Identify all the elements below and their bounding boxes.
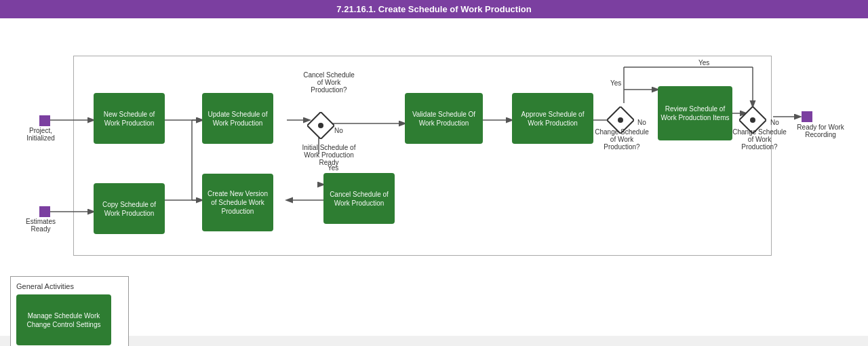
change-schedule-label-2: Change Schedule of Work Production? bbox=[732, 128, 787, 151]
change-schedule-label-1: Change Schedule of Work Production? bbox=[595, 128, 649, 151]
yes-top-label: Yes bbox=[698, 59, 709, 66]
review-schedule-box[interactable]: Review Schedule of Work Production Items bbox=[658, 86, 732, 140]
no-label-1: No bbox=[334, 127, 343, 134]
ready-for-recording-label: Ready for Work Recording bbox=[793, 123, 848, 138]
svg-point-25 bbox=[750, 117, 755, 123]
header-title: 7.21.16.1. Create Schedule of Work Produ… bbox=[336, 4, 531, 14]
main-canvas: Project, Initialized Estimates Ready New… bbox=[0, 18, 868, 336]
cancel-schedule-box[interactable]: Cancel Schedule of Work Production bbox=[323, 173, 395, 224]
no-label-2: No bbox=[637, 119, 646, 126]
create-new-version-box[interactable]: Create New Version of Schedule Work Prod… bbox=[202, 174, 273, 231]
svg-point-21 bbox=[318, 123, 323, 128]
approve-schedule-box[interactable]: Approve Schedule of Work Production bbox=[512, 93, 593, 144]
ready-for-recording-icon bbox=[802, 111, 812, 122]
cancel-question-label: Cancel Schedule of Work Production? bbox=[302, 71, 356, 94]
diamond-cancel bbox=[307, 112, 334, 142]
project-initialized-label: Project, Initialized bbox=[20, 127, 61, 142]
general-activities-label: General Activities bbox=[16, 282, 123, 290]
new-schedule-box[interactable]: New Schedule of Work Production bbox=[94, 93, 165, 144]
page-header: 7.21.16.1. Create Schedule of Work Produ… bbox=[0, 0, 868, 18]
validate-schedule-box[interactable]: Validate Schedule Of Work Production bbox=[405, 93, 483, 144]
copy-schedule-box[interactable]: Copy Schedule of Work Production bbox=[94, 183, 165, 234]
general-activities-box: General Activities Manage Schedule Work … bbox=[10, 276, 129, 346]
update-schedule-box[interactable]: Update Schedule of Work Production bbox=[202, 93, 273, 144]
initial-schedule-label: Initial Schedule of Work Production Read… bbox=[298, 144, 359, 166]
estimates-ready-label: Estimates Ready bbox=[20, 218, 61, 233]
manage-schedule-box[interactable]: Manage Schedule Work Change Control Sett… bbox=[16, 294, 111, 345]
estimates-ready-icon bbox=[39, 206, 50, 217]
project-initialized-icon bbox=[39, 115, 50, 126]
svg-point-23 bbox=[618, 117, 623, 123]
no-label-3: No bbox=[770, 119, 779, 126]
yes-label-2: Yes bbox=[610, 79, 621, 87]
